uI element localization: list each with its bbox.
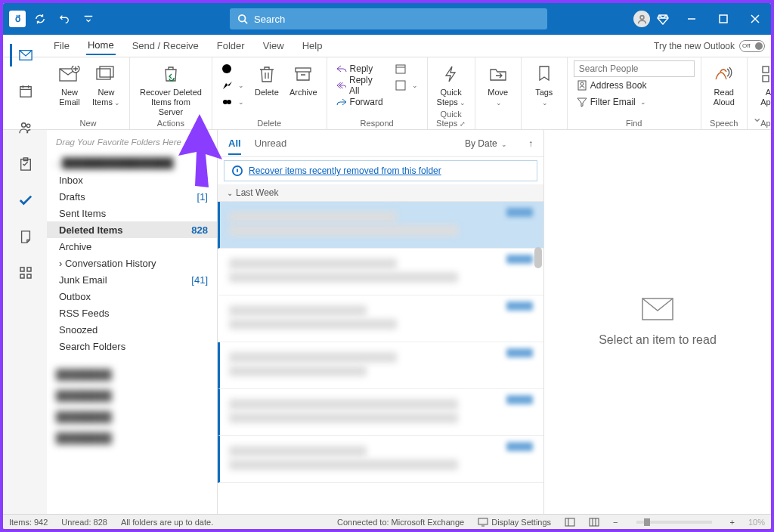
ribbon-group-delete: Delete [218, 119, 320, 129]
sort-by-dropdown[interactable]: By Date ⌄ [465, 138, 507, 149]
user-avatar-icon[interactable] [633, 11, 650, 27]
scrollbar-thumb[interactable] [534, 247, 542, 268]
minimize-button[interactable] [676, 3, 707, 35]
folder-item-junk-email[interactable]: Junk Email[41] [47, 271, 217, 288]
svg-rect-12 [396, 81, 405, 90]
message-item[interactable] [218, 249, 543, 295]
zoom-in-button[interactable]: + [730, 518, 735, 527]
folder-item-rss-feeds[interactable]: RSS Feeds [47, 305, 217, 321]
other-accounts: ████████ ████████ ████████ ████████ [47, 363, 217, 448]
folder-item-archive[interactable]: Archive [47, 238, 217, 255]
svg-point-22 [26, 124, 30, 128]
recover-deleted-button[interactable]: Recover Deleted Items from Server [136, 60, 206, 119]
zoom-level: 10% [748, 518, 765, 527]
quick-steps-button[interactable]: Quick Steps⌄ [434, 60, 469, 110]
tab-send-receive[interactable]: Send / Receive [131, 37, 200, 54]
reply-all-button[interactable]: Reply All [333, 77, 386, 94]
nav-todo-icon[interactable] [10, 189, 39, 212]
recover-infobar-link[interactable]: Recover items recently removed from this… [249, 165, 441, 176]
view-normal-icon[interactable] [565, 518, 575, 527]
new-email-button[interactable]: New Email [53, 60, 86, 109]
message-item[interactable] [218, 295, 543, 342]
address-book-button[interactable]: Address Book [574, 77, 695, 94]
tab-folder[interactable]: Folder [215, 37, 246, 54]
zoom-out-button[interactable]: − [613, 518, 618, 527]
try-new-outlook-label: Try the new Outlook [654, 41, 735, 51]
try-new-outlook-toggle[interactable]: Off [739, 40, 765, 52]
message-item[interactable] [218, 436, 543, 483]
delete-button[interactable]: Delete [250, 60, 283, 99]
folder-item-conversation-history[interactable]: › Conversation History [47, 255, 217, 271]
cleanup-button[interactable]: ⌄ [218, 77, 247, 94]
svg-point-14 [580, 82, 584, 85]
nav-tasks-icon[interactable] [10, 153, 39, 175]
recover-infobar[interactable]: Recover items recently removed from this… [224, 160, 537, 181]
folder-item-search-folders[interactable]: Search Folders [47, 338, 217, 354]
zoom-slider[interactable] [636, 521, 712, 524]
meeting-button[interactable] [392, 60, 421, 77]
svg-rect-20 [20, 87, 30, 97]
tags-button[interactable]: Tags⌄ [528, 60, 561, 110]
junk-button[interactable]: ⌄ [218, 94, 247, 110]
message-list-pane: All Unread By Date ⌄ ↑ Recover items rec… [218, 130, 544, 514]
ribbon-group-new: New [53, 119, 123, 129]
forward-button[interactable]: Forward [333, 94, 386, 110]
ribbon-group-actions: Actions [136, 119, 206, 129]
nav-notes-icon[interactable] [10, 225, 39, 248]
nav-calendar-icon[interactable] [10, 80, 39, 103]
folder-item-snoozed[interactable]: Snoozed [47, 321, 217, 338]
message-item[interactable] [218, 342, 543, 389]
maximize-button[interactable] [707, 3, 739, 35]
filter-email-button[interactable]: Filter Email⌄ [574, 94, 695, 110]
move-button[interactable]: Move⌄ [481, 60, 515, 110]
search-placeholder: Search [254, 14, 285, 25]
message-item[interactable] [218, 389, 543, 436]
ribbon: New Email New Items⌄ New Recover Deleted… [3, 57, 771, 130]
folder-item-drafts[interactable]: Drafts[1] [47, 188, 217, 205]
sort-direction-icon[interactable]: ↑ [528, 138, 533, 149]
ignore-button[interactable] [218, 60, 247, 77]
more-respond-button[interactable]: ⌄ [392, 77, 421, 94]
undo-icon[interactable] [54, 9, 74, 29]
tab-help[interactable]: Help [301, 37, 324, 54]
read-aloud-button[interactable]: Read Aloud [707, 60, 741, 109]
status-unread: Unread: 828 [61, 518, 107, 527]
sync-icon[interactable] [30, 9, 50, 29]
nav-more-icon[interactable] [10, 261, 39, 284]
date-group-header[interactable]: ⌄Last Week [218, 184, 543, 202]
search-people-input[interactable] [574, 60, 695, 77]
folder-item-outbox[interactable]: Outbox [47, 288, 217, 305]
reading-pane: Select an item to read [544, 130, 771, 514]
folder-item-sent-items[interactable]: Sent Items [47, 205, 217, 221]
status-connected: Connected to: Microsoft Exchange [337, 518, 464, 527]
view-reading-icon[interactable] [589, 518, 599, 527]
premium-diamond-icon[interactable] [655, 11, 671, 27]
close-button[interactable] [739, 3, 771, 35]
title-bar: o⃗ Search [3, 3, 771, 35]
search-input[interactable]: Search [230, 8, 547, 29]
nav-people-icon[interactable] [10, 116, 39, 139]
display-settings-button[interactable]: Display Settings [478, 518, 551, 527]
all-apps-button[interactable]: All Apps [754, 60, 771, 109]
menu-bar: File Home Send / Receive Folder View Hel… [3, 35, 771, 57]
svg-rect-25 [27, 268, 31, 271]
message-item[interactable] [218, 202, 543, 249]
new-items-button[interactable]: New Items⌄ [89, 60, 123, 110]
collapse-ribbon-icon[interactable]: ⌄ [752, 110, 762, 125]
status-bar: Items: 942 Unread: 828 All folders are u… [3, 514, 771, 529]
filter-all-tab[interactable]: All [228, 138, 241, 155]
folder-item-inbox[interactable]: Inbox17 [47, 172, 217, 188]
svg-rect-6 [100, 66, 113, 77]
folder-item-deleted-items[interactable]: Deleted Items828 [47, 221, 217, 238]
tab-home[interactable]: Home [86, 36, 116, 55]
ribbon-group-find: Find [574, 119, 695, 129]
status-items: Items: 942 [9, 518, 48, 527]
nav-mail-icon[interactable] [10, 44, 39, 66]
tab-view[interactable]: View [262, 37, 286, 54]
svg-rect-31 [565, 518, 574, 526]
archive-button[interactable]: Archive [286, 60, 320, 99]
tab-file[interactable]: File [52, 37, 71, 54]
account-header[interactable]: ⌄████████████████ [47, 154, 217, 172]
qat-dropdown-icon[interactable] [79, 9, 98, 29]
filter-unread-tab[interactable]: Unread [255, 138, 287, 149]
